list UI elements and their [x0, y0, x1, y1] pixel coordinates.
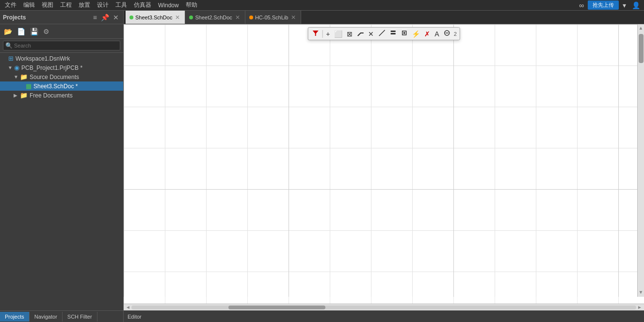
- v-scrollbar[interactable]: ▲ ▼: [637, 24, 644, 297]
- grid-canvas: [124, 24, 644, 304]
- tab-dot-hc05: [249, 16, 253, 19]
- h-scroll-thumb[interactable]: [228, 306, 325, 309]
- tree-item-sheet3[interactable]: ▦ Sheet3.SchDoc *: [0, 81, 123, 91]
- h-scroll-right[interactable]: ►: [636, 305, 643, 310]
- tab-close-hc05[interactable]: ✕: [291, 14, 296, 21]
- tab-label-sheet3: Sheet3.SchDoc: [135, 15, 172, 20]
- tab-sch-filter[interactable]: SCH Filter: [63, 312, 97, 322]
- menu-edit[interactable]: 编辑: [20, 0, 38, 10]
- folder-free-icon: 📁: [20, 92, 28, 99]
- tree-label-source-docs: Source Documents: [30, 74, 79, 80]
- grid-lines-major: [124, 24, 637, 297]
- svg-marker-0: [312, 31, 318, 36]
- tree-label-sheet3: Sheet3.SchDoc *: [33, 83, 78, 90]
- tab-sheet3[interactable]: Sheet3.SchDoc ✕: [126, 11, 185, 24]
- panel-toggle-icon[interactable]: ≡: [92, 13, 98, 22]
- ft-bar-btn[interactable]: [387, 29, 398, 39]
- infinity-icon: ∞: [577, 0, 586, 10]
- menu-view[interactable]: 视图: [39, 0, 56, 10]
- menu-file[interactable]: 文件: [2, 0, 19, 10]
- ft-line-btn[interactable]: [376, 29, 387, 39]
- tree-label-free-docs: Free Documents: [30, 92, 73, 99]
- v-scroll-down[interactable]: ▼: [638, 289, 644, 296]
- svg-rect-2: [390, 31, 395, 32]
- upload-button[interactable]: 抢先上传: [588, 0, 619, 10]
- tab-close-sheet2[interactable]: ✕: [235, 14, 240, 21]
- editor-label: Editor: [128, 314, 142, 320]
- settings-icon[interactable]: ⚙: [41, 27, 51, 36]
- menu-place[interactable]: 放置: [76, 0, 93, 10]
- ft-power-btn[interactable]: ⚡: [410, 29, 422, 39]
- bottom-tabs: Projects Navigator SCH Filter: [0, 310, 123, 322]
- svg-point-5: [403, 32, 405, 34]
- svg-line-1: [379, 30, 385, 36]
- panel-close-icon[interactable]: ✕: [112, 13, 120, 22]
- h-scroll-track[interactable]: [131, 306, 636, 309]
- panel-toolbar: 📂 📄 💾 ⚙: [0, 24, 123, 39]
- h-scrollbar[interactable]: ◄ ►: [124, 304, 644, 310]
- panel-header: Projects ≡ 📌 ✕: [0, 11, 123, 24]
- search-box: 🔍: [0, 39, 123, 53]
- search-input[interactable]: [3, 41, 120, 50]
- ft-wire-btn[interactable]: [355, 29, 366, 39]
- tab-dot-sheet3: [129, 16, 133, 19]
- floating-toolbar: + ⬜ ⊠ ✕ ⚡ ✗ A: [307, 27, 460, 40]
- tab-dot-sheet2: [189, 16, 193, 19]
- menu-design[interactable]: 设计: [94, 0, 112, 10]
- editor-area: Sheet3.SchDoc ✕ Sheet2.SchDoc ✕ HC-05.Sc…: [124, 11, 644, 322]
- v-scroll-up[interactable]: ▲: [638, 24, 644, 32]
- ft-add-btn[interactable]: +: [324, 29, 332, 39]
- tree-label-project: PCB_Project1.PrjPCB *: [21, 64, 82, 71]
- tab-sheet2[interactable]: Sheet2.SchDoc ✕: [185, 11, 245, 24]
- ft-component-btn[interactable]: [399, 29, 409, 39]
- tab-label-sheet2: Sheet2.SchDoc: [195, 15, 232, 20]
- project-icon: ◉: [14, 64, 19, 71]
- menu-project[interactable]: 工程: [57, 0, 75, 10]
- panel-pin-icon[interactable]: 📌: [99, 13, 111, 22]
- menu-simulator[interactable]: 仿真器: [131, 0, 154, 10]
- tree-item-free-docs[interactable]: ▶ 📁 Free Documents: [0, 91, 123, 100]
- svg-rect-3: [390, 33, 395, 34]
- ft-select-btn[interactable]: ⬜: [332, 29, 344, 39]
- h-scroll-left[interactable]: ◄: [125, 305, 131, 310]
- ft-sep1: [322, 30, 322, 38]
- panel-title: Projects: [3, 14, 92, 21]
- new-project-icon[interactable]: 📄: [15, 27, 27, 36]
- menu-tools[interactable]: 工具: [113, 0, 130, 10]
- tree-arrow-source-docs: ▼: [14, 74, 18, 80]
- tab-close-sheet3[interactable]: ✕: [175, 14, 180, 21]
- workspace-icon: ⊞: [8, 55, 14, 62]
- ft-noerc-btn[interactable]: ✗: [422, 29, 432, 39]
- main-layout: Projects ≡ 📌 ✕ 📂 📄 💾 ⚙ 🔍: [0, 11, 644, 322]
- tab-label-hc05: HC-05.SchLib: [255, 15, 288, 20]
- open-project-icon[interactable]: 📂: [2, 27, 14, 36]
- ft-bus-btn[interactable]: [442, 29, 452, 39]
- v-scroll-thumb[interactable]: [639, 34, 644, 63]
- ft-net-btn[interactable]: ⊠: [345, 29, 354, 39]
- tab-navigator[interactable]: Navigator: [30, 312, 63, 322]
- ft-filter-btn[interactable]: [310, 29, 321, 39]
- tree-view: ⊞ Workspace1.DsnWrk ▼ ◉ PCB_Project1.Prj…: [0, 53, 123, 310]
- user-icon[interactable]: 👤: [630, 0, 642, 10]
- menu-bar: 文件 编辑 视图 工程 放置 设计 工具 仿真器 Window 帮助 ∞ 抢先上…: [0, 0, 644, 11]
- tree-label-workspace: Workspace1.DsnWrk: [16, 55, 70, 62]
- left-panel: Projects ≡ 📌 ✕ 📂 📄 💾 ⚙ 🔍: [0, 11, 124, 322]
- ft-number: 2: [453, 31, 458, 37]
- ft-cross-btn[interactable]: ✕: [366, 29, 376, 39]
- ft-text-btn[interactable]: A: [433, 29, 441, 39]
- editor-bottom-bar: Editor: [124, 310, 644, 322]
- chevron-down-icon[interactable]: ▾: [621, 0, 628, 10]
- tab-projects[interactable]: Projects: [0, 312, 30, 322]
- canvas-area[interactable]: + ⬜ ⊠ ✕ ⚡ ✗ A: [124, 24, 644, 304]
- menu-help[interactable]: 帮助: [183, 0, 200, 10]
- tree-arrow-free-docs: ▶: [14, 93, 18, 98]
- tree-arrow-project: ▼: [8, 65, 13, 70]
- tree-item-source-docs[interactable]: ▼ 📁 Source Documents: [0, 72, 123, 81]
- tree-item-project[interactable]: ▼ ◉ PCB_Project1.PrjPCB *: [0, 63, 123, 72]
- tree-item-workspace[interactable]: ⊞ Workspace1.DsnWrk: [0, 54, 123, 63]
- tab-bar: Sheet3.SchDoc ✕ Sheet2.SchDoc ✕ HC-05.Sc…: [124, 11, 644, 24]
- tab-hc05[interactable]: HC-05.SchLib ✕: [245, 11, 301, 24]
- menu-window[interactable]: Window: [155, 1, 182, 10]
- sheet3-icon: ▦: [26, 82, 32, 90]
- save-project-icon[interactable]: 💾: [28, 27, 40, 36]
